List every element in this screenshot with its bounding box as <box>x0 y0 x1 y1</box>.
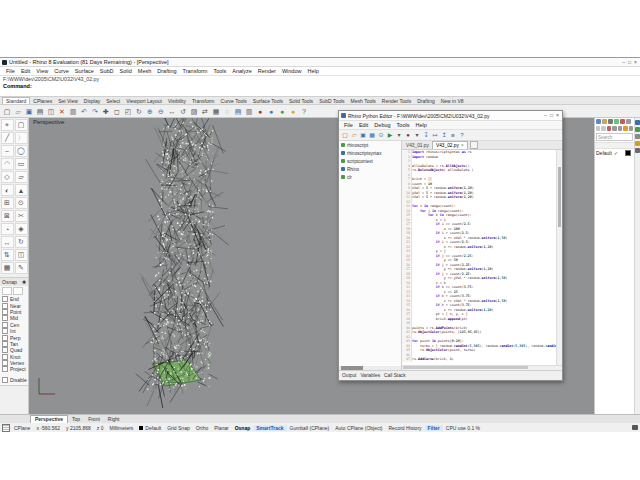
toolbar-tab-display[interactable]: Display <box>81 98 103 105</box>
save-script-icon[interactable]: ▣ <box>359 131 367 139</box>
tool-polygon-icon[interactable]: ◇ <box>1 171 14 183</box>
status-cpu-use-0-1[interactable]: CPU use 0.1 % <box>443 425 483 431</box>
tool-points-icon[interactable]: ▢ <box>15 119 28 131</box>
tool-curve-icon[interactable]: ~ <box>1 145 14 157</box>
tool-offset-icon[interactable]: ◈ <box>15 223 28 235</box>
tool-box-icon[interactable]: ⊞ <box>1 197 14 209</box>
zoom-window-icon[interactable]: ◻ <box>112 106 122 116</box>
tool-line-icon[interactable]: ╱ <box>1 132 14 144</box>
viewport-tab-front[interactable]: Front <box>84 416 104 423</box>
close-tab-icon[interactable]: × <box>461 143 464 148</box>
menu-drafting[interactable]: Drafting <box>154 68 179 74</box>
save-icon[interactable]: ▣ <box>24 106 34 116</box>
osnap-disable-checkbox[interactable] <box>2 377 8 383</box>
osnap-select-all-button[interactable] <box>2 287 12 295</box>
editor-menu-edit[interactable]: Edit <box>356 122 371 128</box>
step-out-icon[interactable]: ↥ <box>440 131 448 139</box>
editor-title-bar[interactable]: Rhino Python Editor - F:\WWW\dev\2005\CM… <box>339 111 562 121</box>
tool-polyline-icon[interactable]: 〉 <box>15 132 28 144</box>
new-script-icon[interactable]: ▢ <box>341 131 349 139</box>
zoom-out-icon[interactable]: ⊖ <box>156 106 166 116</box>
status-millimeters[interactable]: Millimeters <box>106 425 136 431</box>
layer-tools-icon[interactable] <box>629 126 633 131</box>
open-script-icon[interactable]: ▱ <box>350 131 358 139</box>
print-icon[interactable]: ▤ <box>35 106 45 116</box>
editor-tab-call-stack[interactable]: Call Stack <box>384 373 406 378</box>
toolbar-tab-surface-tools[interactable]: Surface Tools <box>250 98 286 105</box>
editor-menu-debug[interactable]: Debug <box>371 122 393 128</box>
menu-curve[interactable]: Curve <box>51 68 72 74</box>
status-y-2105-868[interactable]: y 2105.868 <box>63 425 94 431</box>
panel-tab-icon-2[interactable] <box>602 119 607 124</box>
maximize-icon[interactable]: □ <box>550 113 553 118</box>
editor-tab-variables[interactable]: Variables <box>360 373 380 378</box>
osnap-checkbox-perp[interactable] <box>2 335 8 341</box>
run-options-caret-icon[interactable]: ▾ <box>395 131 403 139</box>
help-icon[interactable]: ? <box>299 106 309 116</box>
environment-icon[interactable]: ● <box>277 106 287 116</box>
tool-rotate-icon[interactable]: ↻ <box>15 236 28 248</box>
menu-view[interactable]: View <box>33 68 51 74</box>
undo-icon[interactable]: ↶ <box>79 106 89 116</box>
scale-icon[interactable]: ▨ <box>189 106 199 116</box>
editor-help-icon[interactable]: ? <box>458 131 466 139</box>
osnap-checkbox-near[interactable] <box>2 303 8 309</box>
layers-search-input[interactable]: Search <box>596 133 633 141</box>
menu-tools[interactable]: Tools <box>210 68 229 74</box>
minimize-icon[interactable]: – <box>622 60 625 65</box>
osnap-checkbox-cen[interactable] <box>2 322 8 328</box>
status-cplane[interactable]: CPlane <box>11 425 33 431</box>
zoom-in-icon[interactable]: ⊕ <box>145 106 155 116</box>
panel-tab-icon-3[interactable] <box>608 119 613 124</box>
tool-dimension-icon[interactable]: ✎ <box>15 262 28 274</box>
stop-icon[interactable]: ■ <box>449 131 457 139</box>
layer-row-default[interactable]: Default ✓ <box>595 149 634 157</box>
tool-rectangle-icon[interactable]: ▭ <box>15 158 28 170</box>
step-into-icon[interactable]: ↧ <box>422 131 430 139</box>
status-smarttrack[interactable]: SmartTrack <box>253 425 286 431</box>
viewport-label[interactable]: Perspective <box>33 119 64 125</box>
paste-icon[interactable]: ▥ <box>68 106 78 116</box>
osnap-item-vertex[interactable]: Vertex <box>0 360 28 366</box>
filter-layers-icon[interactable] <box>623 126 627 131</box>
osnap-checkbox-tan[interactable] <box>2 341 8 347</box>
status-record-history[interactable]: Record History <box>386 425 425 431</box>
toolbar-tab-visibility[interactable]: Visibility <box>165 98 189 105</box>
panel-libraries-icon[interactable] <box>635 148 640 153</box>
close-icon[interactable]: × <box>556 113 559 118</box>
toolbar-tab-subd-tools[interactable]: SubD Tools <box>316 98 347 105</box>
close-icon[interactable]: × <box>634 60 637 65</box>
hide-icon[interactable]: ◌ <box>222 106 232 116</box>
grid-icon[interactable]: ▦ <box>211 106 221 116</box>
menu-mesh[interactable]: Mesh <box>135 68 154 74</box>
viewport-tab-top[interactable]: Top <box>68 416 84 423</box>
material-icon[interactable]: ● <box>266 106 276 116</box>
status-planar[interactable]: Planar <box>211 425 231 431</box>
debug-options-caret-icon[interactable]: ▾ <box>413 131 421 139</box>
sun-icon[interactable]: ● <box>288 106 298 116</box>
tool-arc-icon[interactable]: ◠ <box>1 158 14 170</box>
redo-icon[interactable]: ↷ <box>90 106 100 116</box>
tool-move-icon[interactable]: ↔ <box>1 236 14 248</box>
osnap-item-project[interactable]: Project <box>0 366 28 372</box>
status-grid-snap[interactable]: Grid Snap <box>164 425 193 431</box>
command-prompt[interactable]: Command: <box>3 83 637 90</box>
osnap-checkbox-quad[interactable] <box>2 347 8 353</box>
code-vscrollbar[interactable] <box>556 150 562 365</box>
layers-icon[interactable]: ▤ <box>233 106 243 116</box>
toolbar-tab-solid-tools[interactable]: Solid Tools <box>286 98 316 105</box>
menu-window[interactable]: Window <box>279 68 305 74</box>
toolbar-tab-drafting[interactable]: Drafting <box>414 98 438 105</box>
menu-solid[interactable]: Solid <box>117 68 135 74</box>
new-sublayer-icon[interactable] <box>601 126 605 131</box>
layer-current-check-icon[interactable]: ✓ <box>614 150 618 156</box>
maximize-icon[interactable]: □ <box>628 60 631 65</box>
panel-display-icon[interactable] <box>635 134 640 139</box>
debug-icon[interactable]: ● <box>404 131 412 139</box>
osnap-checkbox-vertex[interactable] <box>2 360 8 366</box>
status-z-0[interactable]: z 0 <box>94 425 107 431</box>
osnap-gear-icon[interactable]: ✱ <box>22 279 26 285</box>
new-layer-icon[interactable] <box>596 126 600 131</box>
open-file-icon[interactable]: ▱ <box>13 106 23 116</box>
new-file-icon[interactable]: ▢ <box>2 106 12 116</box>
